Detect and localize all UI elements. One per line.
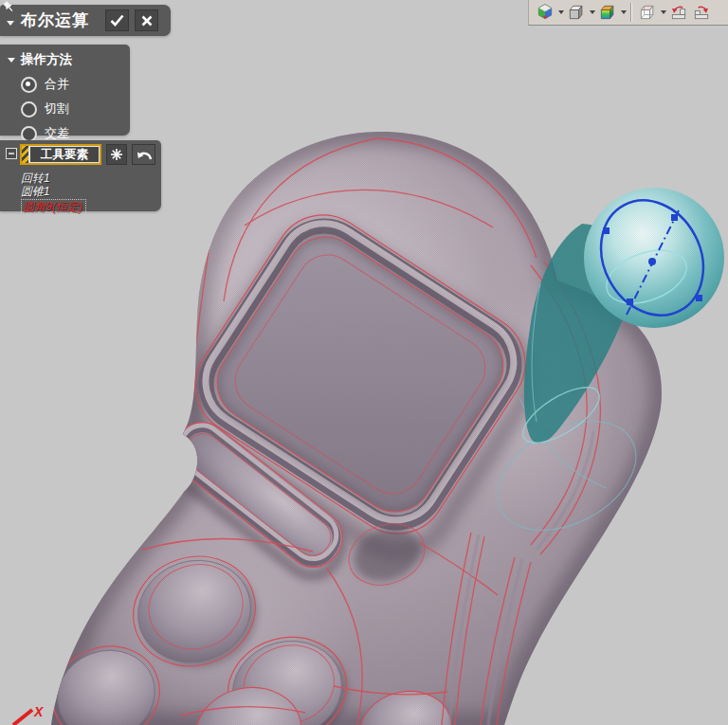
view-orientation-icon [536,3,555,22]
shaded-display-button[interactable] [565,2,588,24]
collapse-minus-button[interactable] [6,148,17,159]
select-all-button[interactable] [106,144,127,165]
rotate-right-icon [692,3,711,22]
close-button[interactable] [135,9,158,31]
radio-option-cut[interactable]: 切割 [21,100,130,118]
pin-icon[interactable] [2,0,15,13]
view-orientation-button[interactable] [534,2,556,24]
active-field-hatch [22,146,29,163]
toolbar-separator [630,3,632,22]
radio-button[interactable] [21,126,37,142]
tool-list-item[interactable]: 圆锥1 [21,185,161,198]
minus-icon [8,150,15,157]
rainbow-cube-icon [598,3,617,22]
radio-button[interactable] [21,77,37,93]
collapse-icon[interactable] [7,21,14,26]
sphere-center-handle [648,258,656,265]
confirm-button[interactable] [105,9,129,31]
collapse-icon[interactable] [8,58,15,63]
view-toolbar [528,0,728,26]
x-axis-line [13,710,32,725]
tool-list-item-error[interactable]: 圆角9(恒定) [21,199,86,215]
dropdown-arrow-icon[interactable] [556,2,565,24]
close-icon [141,15,153,27]
tool-elements-panel: 工具要素 回转1 圆锥 [0,140,161,211]
rotate-left-icon [669,3,688,22]
radio-option-union[interactable]: 合并 [21,76,130,93]
radio-button[interactable] [21,101,37,118]
boolean-operation-dialog: 布尔运算 [0,5,171,36]
application-window: X 布尔运算 操作方法 [0,0,728,725]
dropdown-arrow-icon[interactable] [659,2,667,24]
x-axis-label: X [33,704,45,719]
wireframe-display-button[interactable] [636,2,659,24]
radio-label: 切割 [45,100,69,118]
wireframe-cube-icon [638,3,657,22]
dropdown-arrow-icon[interactable] [619,2,628,24]
rotate-view-left-button[interactable] [667,2,690,24]
dropdown-arrow-icon[interactable] [588,2,596,24]
axis-indicator: X [13,704,45,725]
asterisk-icon [110,148,123,161]
check-icon [110,14,124,27]
undo-button[interactable] [132,144,155,165]
undo-arrow-icon [136,148,153,161]
radio-label: 合并 [45,76,69,93]
rotate-view-right-button[interactable] [690,2,713,24]
dialog-title: 布尔运算 [21,9,89,31]
method-panel-title: 操作方法 [21,51,72,68]
tool-elements-field[interactable]: 工具要素 [20,144,101,165]
tool-list-item[interactable]: 回转1 [21,172,161,185]
shaded-cube-icon [567,3,586,22]
rendered-display-button[interactable] [596,2,619,24]
tool-field-label: 工具要素 [29,146,100,163]
operation-method-panel: 操作方法 合并 切割 交差 [0,45,130,136]
